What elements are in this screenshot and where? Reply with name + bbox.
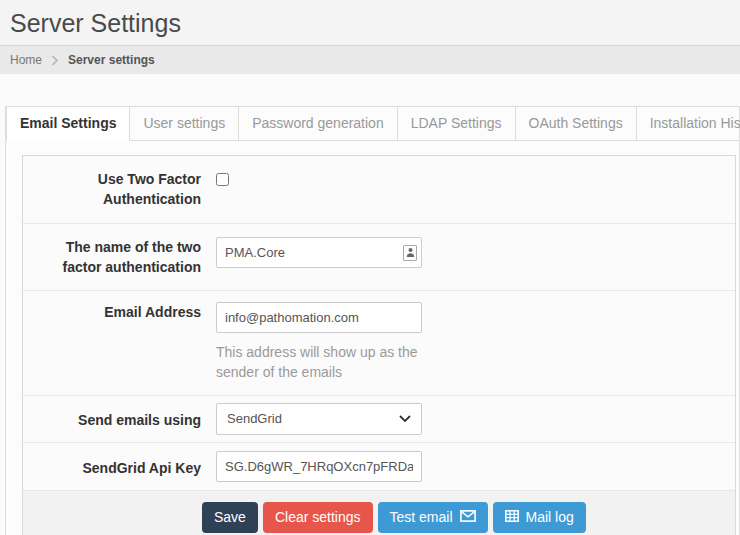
- chevron-right-icon: [51, 55, 59, 66]
- two-factor-name-label: The name of the two factor authenticatio…: [23, 237, 201, 278]
- mail-log-button[interactable]: Mail log: [493, 502, 586, 533]
- tab-installation-history[interactable]: Installation History: [637, 107, 740, 140]
- autofill-contact-icon[interactable]: [403, 245, 417, 261]
- breadcrumb: Home Server settings: [0, 45, 740, 74]
- save-button-label: Save: [214, 509, 246, 525]
- form-footer: Save Clear settings Test email Mail log: [23, 491, 735, 535]
- form-row-two-factor-name: The name of the two factor authenticatio…: [23, 224, 735, 292]
- page-header: Server Settings: [0, 0, 740, 45]
- clear-settings-button-label: Clear settings: [275, 509, 361, 525]
- breadcrumb-home-link[interactable]: Home: [10, 53, 42, 67]
- mail-log-button-label: Mail log: [526, 509, 574, 525]
- form-row-send-using: Send emails using SendGrid: [23, 396, 735, 443]
- api-key-input[interactable]: [216, 451, 422, 482]
- send-using-label: Send emails using: [23, 403, 201, 435]
- api-key-label: SendGrid Api Key: [23, 451, 201, 482]
- send-emails-select[interactable]: SendGrid: [216, 403, 422, 435]
- form-row-two-factor: Use Two Factor Authentication: [23, 156, 735, 224]
- envelope-icon: [460, 509, 476, 525]
- test-email-button[interactable]: Test email: [378, 502, 488, 533]
- table-icon: [505, 509, 519, 525]
- email-input[interactable]: [216, 302, 422, 333]
- tab-user-settings[interactable]: User settings: [130, 107, 239, 140]
- form-row-email: Email Address This address will show up …: [23, 291, 735, 396]
- email-label: Email Address: [23, 302, 201, 383]
- save-button[interactable]: Save: [202, 502, 258, 533]
- tab-oauth-settings[interactable]: OAuth Settings: [516, 107, 637, 140]
- tab-container: Email Settings User settings Password ge…: [5, 106, 740, 535]
- content-area: Email Settings User settings Password ge…: [0, 74, 740, 535]
- page-title: Server Settings: [10, 8, 730, 39]
- form-row-api-key: SendGrid Api Key: [23, 443, 735, 491]
- two-factor-label: Use Two Factor Authentication: [23, 169, 201, 210]
- two-factor-checkbox[interactable]: [216, 173, 229, 186]
- tab-bar: Email Settings User settings Password ge…: [6, 107, 739, 141]
- email-settings-form: Use Two Factor Authentication The name o…: [22, 155, 736, 535]
- breadcrumb-current: Server settings: [68, 53, 155, 67]
- two-factor-name-input[interactable]: [216, 237, 422, 268]
- tab-ldap-settings[interactable]: LDAP Settings: [398, 107, 516, 140]
- clear-settings-button[interactable]: Clear settings: [263, 502, 373, 533]
- email-help-text: This address will show up as the sender …: [216, 342, 452, 383]
- send-emails-selected-value: SendGrid: [227, 411, 282, 426]
- tab-password-generation[interactable]: Password generation: [239, 107, 398, 140]
- chevron-down-icon: [399, 411, 411, 426]
- test-email-button-label: Test email: [390, 509, 453, 525]
- tab-email-settings[interactable]: Email Settings: [6, 107, 130, 141]
